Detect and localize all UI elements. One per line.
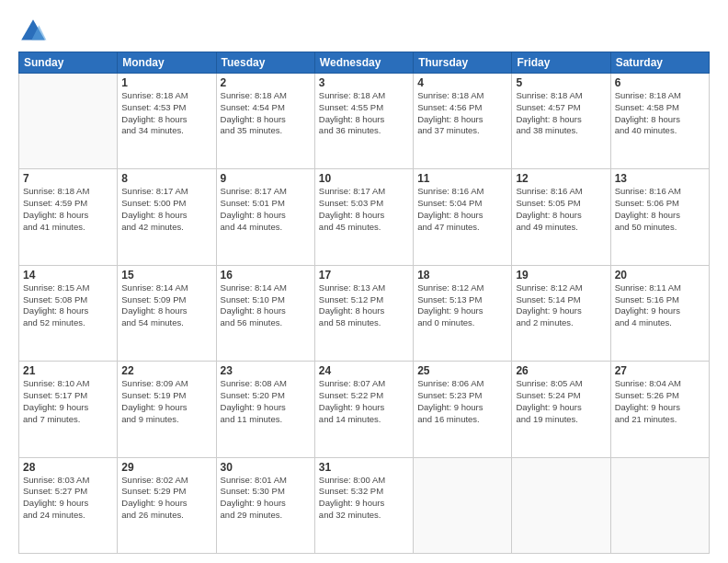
day-number: 11: [417, 172, 507, 185]
day-info: Sunrise: 8:15 AM Sunset: 5:08 PM Dayligh…: [23, 282, 113, 329]
calendar-cell: 15Sunrise: 8:14 AM Sunset: 5:09 PM Dayli…: [118, 265, 216, 361]
calendar-cell: 25Sunrise: 8:06 AM Sunset: 5:23 PM Dayli…: [414, 362, 512, 457]
calendar-cell: 24Sunrise: 8:07 AM Sunset: 5:22 PM Dayli…: [314, 362, 413, 457]
day-info: Sunrise: 8:17 AM Sunset: 5:01 PM Dayligh…: [221, 186, 311, 233]
day-info: Sunrise: 8:13 AM Sunset: 5:12 PM Dayligh…: [319, 282, 409, 329]
calendar-cell: [414, 457, 512, 553]
day-number: 29: [121, 461, 211, 474]
day-info: Sunrise: 8:14 AM Sunset: 5:10 PM Dayligh…: [221, 282, 311, 329]
week-row-2: 7Sunrise: 8:18 AM Sunset: 4:59 PM Daylig…: [19, 169, 710, 265]
day-info: Sunrise: 8:01 AM Sunset: 5:30 PM Dayligh…: [221, 475, 311, 522]
day-number: 26: [516, 364, 606, 377]
day-number: 14: [23, 269, 113, 282]
calendar-cell: 11Sunrise: 8:16 AM Sunset: 5:04 PM Dayli…: [414, 169, 512, 265]
day-number: 30: [221, 461, 311, 474]
day-info: Sunrise: 8:00 AM Sunset: 5:32 PM Dayligh…: [319, 475, 409, 522]
col-header-friday: Friday: [512, 52, 610, 74]
calendar-cell: 22Sunrise: 8:09 AM Sunset: 5:19 PM Dayli…: [118, 362, 216, 457]
calendar-table: SundayMondayTuesdayWednesdayThursdayFrid…: [18, 52, 710, 554]
day-info: Sunrise: 8:06 AM Sunset: 5:23 PM Dayligh…: [417, 378, 507, 425]
day-number: 17: [319, 269, 409, 282]
calendar-cell: 16Sunrise: 8:14 AM Sunset: 5:10 PM Dayli…: [216, 265, 314, 361]
calendar-cell: [512, 457, 610, 553]
day-number: 31: [319, 461, 409, 474]
page: SundayMondayTuesdayWednesdayThursdayFrid…: [0, 0, 728, 563]
calendar-cell: 30Sunrise: 8:01 AM Sunset: 5:30 PM Dayli…: [216, 457, 314, 553]
day-number: 13: [615, 172, 705, 185]
day-number: 23: [221, 364, 311, 377]
calendar-cell: 29Sunrise: 8:02 AM Sunset: 5:29 PM Dayli…: [118, 457, 216, 553]
day-number: 7: [23, 172, 113, 185]
calendar-cell: 13Sunrise: 8:16 AM Sunset: 5:06 PM Dayli…: [610, 169, 709, 265]
calendar-cell: 27Sunrise: 8:04 AM Sunset: 5:26 PM Dayli…: [610, 362, 709, 457]
day-number: 19: [516, 269, 606, 282]
calendar-cell: 1Sunrise: 8:18 AM Sunset: 4:53 PM Daylig…: [118, 74, 216, 169]
calendar-cell: 12Sunrise: 8:16 AM Sunset: 5:05 PM Dayli…: [512, 169, 610, 265]
day-number: 9: [221, 172, 311, 185]
calendar-cell: 4Sunrise: 8:18 AM Sunset: 4:56 PM Daylig…: [414, 74, 512, 169]
day-info: Sunrise: 8:03 AM Sunset: 5:27 PM Dayligh…: [23, 475, 113, 522]
day-number: 15: [121, 269, 211, 282]
col-header-sunday: Sunday: [19, 52, 118, 74]
day-number: 28: [23, 461, 113, 474]
day-number: 2: [221, 76, 311, 89]
calendar-cell: 31Sunrise: 8:00 AM Sunset: 5:32 PM Dayli…: [314, 457, 413, 553]
day-info: Sunrise: 8:18 AM Sunset: 4:57 PM Dayligh…: [516, 90, 606, 137]
day-number: 4: [417, 76, 507, 89]
day-info: Sunrise: 8:11 AM Sunset: 5:16 PM Dayligh…: [615, 282, 705, 329]
day-info: Sunrise: 8:18 AM Sunset: 4:54 PM Dayligh…: [221, 90, 311, 137]
calendar-cell: 7Sunrise: 8:18 AM Sunset: 4:59 PM Daylig…: [19, 169, 118, 265]
calendar-cell: 18Sunrise: 8:12 AM Sunset: 5:13 PM Dayli…: [414, 265, 512, 361]
day-info: Sunrise: 8:12 AM Sunset: 5:13 PM Dayligh…: [417, 282, 507, 329]
calendar-cell: 21Sunrise: 8:10 AM Sunset: 5:17 PM Dayli…: [19, 362, 118, 457]
day-number: 5: [516, 76, 606, 89]
col-header-tuesday: Tuesday: [216, 52, 314, 74]
day-number: 16: [221, 269, 311, 282]
calendar-cell: [610, 457, 709, 553]
day-number: 18: [417, 269, 507, 282]
day-info: Sunrise: 8:08 AM Sunset: 5:20 PM Dayligh…: [221, 378, 311, 425]
day-number: 8: [121, 172, 211, 185]
day-number: 6: [615, 76, 705, 89]
calendar-cell: 3Sunrise: 8:18 AM Sunset: 4:55 PM Daylig…: [314, 74, 413, 169]
week-row-5: 28Sunrise: 8:03 AM Sunset: 5:27 PM Dayli…: [19, 457, 710, 553]
day-info: Sunrise: 8:07 AM Sunset: 5:22 PM Dayligh…: [319, 378, 409, 425]
calendar-cell: 14Sunrise: 8:15 AM Sunset: 5:08 PM Dayli…: [19, 265, 118, 361]
day-info: Sunrise: 8:16 AM Sunset: 5:06 PM Dayligh…: [615, 186, 705, 233]
logo: [18, 17, 51, 46]
day-info: Sunrise: 8:18 AM Sunset: 4:56 PM Dayligh…: [417, 90, 507, 137]
day-number: 1: [121, 76, 211, 89]
day-info: Sunrise: 8:10 AM Sunset: 5:17 PM Dayligh…: [23, 378, 113, 425]
calendar-cell: 28Sunrise: 8:03 AM Sunset: 5:27 PM Dayli…: [19, 457, 118, 553]
day-number: 3: [319, 76, 409, 89]
header: [18, 17, 710, 46]
day-info: Sunrise: 8:09 AM Sunset: 5:19 PM Dayligh…: [121, 378, 211, 425]
day-info: Sunrise: 8:17 AM Sunset: 5:03 PM Dayligh…: [319, 186, 409, 233]
day-info: Sunrise: 8:04 AM Sunset: 5:26 PM Dayligh…: [615, 378, 705, 425]
week-row-3: 14Sunrise: 8:15 AM Sunset: 5:08 PM Dayli…: [19, 265, 710, 361]
col-header-thursday: Thursday: [414, 52, 512, 74]
day-info: Sunrise: 8:05 AM Sunset: 5:24 PM Dayligh…: [516, 378, 606, 425]
calendar-cell: 23Sunrise: 8:08 AM Sunset: 5:20 PM Dayli…: [216, 362, 314, 457]
calendar-cell: 8Sunrise: 8:17 AM Sunset: 5:00 PM Daylig…: [118, 169, 216, 265]
day-info: Sunrise: 8:16 AM Sunset: 5:05 PM Dayligh…: [516, 186, 606, 233]
calendar-cell: 10Sunrise: 8:17 AM Sunset: 5:03 PM Dayli…: [314, 169, 413, 265]
day-info: Sunrise: 8:18 AM Sunset: 4:58 PM Dayligh…: [615, 90, 705, 137]
day-number: 22: [121, 364, 211, 377]
calendar-cell: [19, 74, 118, 169]
week-row-4: 21Sunrise: 8:10 AM Sunset: 5:17 PM Dayli…: [19, 362, 710, 457]
calendar-cell: 19Sunrise: 8:12 AM Sunset: 5:14 PM Dayli…: [512, 265, 610, 361]
col-header-monday: Monday: [118, 52, 216, 74]
header-row: SundayMondayTuesdayWednesdayThursdayFrid…: [19, 52, 710, 74]
day-number: 10: [319, 172, 409, 185]
col-header-wednesday: Wednesday: [314, 52, 413, 74]
day-info: Sunrise: 8:18 AM Sunset: 4:59 PM Dayligh…: [23, 186, 113, 233]
day-info: Sunrise: 8:18 AM Sunset: 4:55 PM Dayligh…: [319, 90, 409, 137]
calendar-cell: 5Sunrise: 8:18 AM Sunset: 4:57 PM Daylig…: [512, 74, 610, 169]
day-info: Sunrise: 8:16 AM Sunset: 5:04 PM Dayligh…: [417, 186, 507, 233]
calendar-cell: 20Sunrise: 8:11 AM Sunset: 5:16 PM Dayli…: [610, 265, 709, 361]
calendar-cell: 9Sunrise: 8:17 AM Sunset: 5:01 PM Daylig…: [216, 169, 314, 265]
calendar-cell: 6Sunrise: 8:18 AM Sunset: 4:58 PM Daylig…: [610, 74, 709, 169]
calendar-cell: 2Sunrise: 8:18 AM Sunset: 4:54 PM Daylig…: [216, 74, 314, 169]
day-info: Sunrise: 8:18 AM Sunset: 4:53 PM Dayligh…: [121, 90, 211, 137]
